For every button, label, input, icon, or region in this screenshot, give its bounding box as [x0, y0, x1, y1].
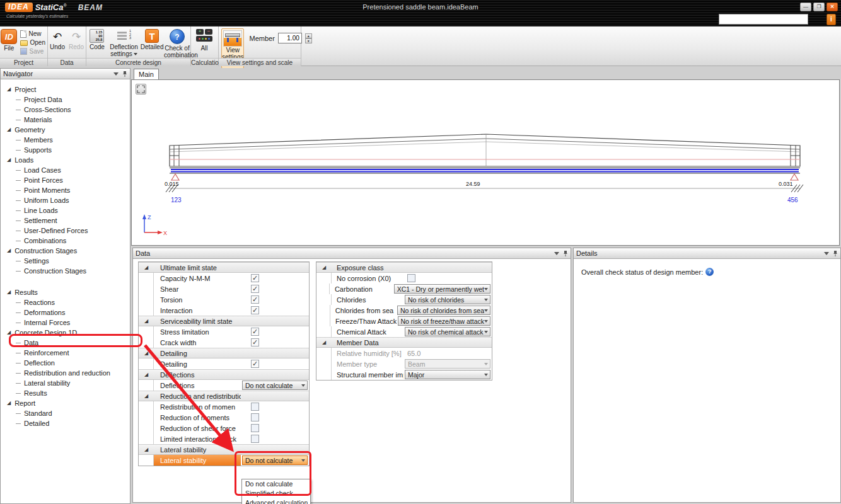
row-chemical-attack[interactable]: Chemical AttackNo risk of chemical attac… [316, 326, 492, 337]
nav-item-detailed[interactable]: Detailed [1, 418, 130, 428]
nav-item-user-defined-forces[interactable]: User-Defined Forces [1, 226, 130, 236]
dropdown-option-simplified-check[interactable]: Simplified check [242, 489, 310, 498]
main-viewport[interactable]: 0.015 24.59 0.031 123 456 Z X [131, 79, 840, 246]
expander-icon[interactable]: ◢ [7, 87, 11, 92]
pin-icon[interactable] [563, 250, 568, 257]
minimize-button[interactable]: — [800, 3, 811, 11]
nav-item-point-forces[interactable]: Point Forces [1, 175, 130, 185]
reduction-of-moments-checkbox[interactable] [251, 413, 259, 421]
redistribution-of-moments-checkbox[interactable] [251, 403, 259, 411]
stress-limitation-checkbox[interactable] [251, 328, 259, 336]
expander-icon[interactable]: ◢ [7, 290, 11, 295]
row-structural-member-importance[interactable]: Structural member imporMajor [316, 369, 492, 380]
panel-menu-icon[interactable] [554, 252, 559, 255]
nav-group-geometry[interactable]: ◢Geometry [1, 125, 130, 135]
nav-group-construction-stages[interactable]: ◢Construction Stages [1, 246, 130, 256]
detailed-button[interactable]: T Detailed [140, 28, 164, 50]
nav-item-deflection[interactable]: Deflection [1, 358, 130, 368]
nav-item-settings[interactable]: Settings [1, 256, 130, 266]
nav-item-load-cases[interactable]: Load Cases [1, 165, 130, 175]
member-spinner[interactable]: ▲▼ [305, 33, 312, 43]
nav-item-standard[interactable]: Standard [1, 408, 130, 418]
capacity-nmm-checkbox[interactable] [251, 274, 259, 282]
redo-button[interactable]: ↷ Redo [67, 29, 86, 50]
lateral-stability-dropdown[interactable]: Do not calculate [242, 455, 308, 465]
row-torsion[interactable]: Torsion [139, 294, 309, 305]
row-carbonation[interactable]: CarbonationXC1 - Dry or permanently wet [316, 284, 492, 294]
expander-icon[interactable]: ◢ [7, 248, 11, 253]
panel-menu-icon[interactable] [824, 252, 829, 255]
group-row-ultimate-limit-state[interactable]: ◢Ultimate limit state [139, 262, 309, 273]
nav-item-line-loads[interactable]: Line Loads [1, 205, 130, 215]
save-button[interactable]: Save [18, 47, 47, 55]
no-corrosion-checkbox[interactable] [407, 274, 415, 282]
crack-width-checkbox[interactable] [251, 338, 259, 346]
all-button[interactable]: +− All [191, 28, 218, 52]
tab-main[interactable]: Main [134, 69, 159, 79]
dropdown-option-advanced-calculation[interactable]: Advanced calculation [242, 498, 310, 504]
nav-item-uniform-loads[interactable]: Uniform Loads [1, 195, 130, 205]
group-row-detailing[interactable]: ◢Detailing [139, 348, 309, 358]
row-lateral-stability[interactable]: Lateral stabilityDo not calculate [139, 455, 309, 466]
group-row-serviceability[interactable]: ◢Serviceability limit state [139, 316, 309, 326]
nav-group-report[interactable]: ◢Report [1, 398, 130, 408]
row-detailing[interactable]: Detailing [139, 358, 309, 369]
row-member-type[interactable]: Member typeBeam [316, 358, 492, 369]
deflections-dropdown[interactable]: Do not calculate [242, 381, 308, 390]
shear-checkbox[interactable] [251, 285, 259, 293]
nav-item-reactions[interactable]: Reactions [1, 297, 130, 307]
expander-icon[interactable]: ◢ [7, 127, 11, 132]
nav-item-materials[interactable]: Materials [1, 115, 130, 125]
nav-group-loads[interactable]: ◢Loads [1, 155, 130, 165]
freeze-thaw-attack-dropdown[interactable]: No risk of freeze/thaw attack [398, 316, 490, 326]
search-box[interactable] [719, 14, 808, 25]
pin-icon[interactable] [833, 250, 838, 257]
nav-item-results[interactable]: Results [1, 388, 130, 398]
undo-button[interactable]: ↶ Undo [48, 29, 67, 50]
row-interaction[interactable]: Interaction [139, 305, 309, 316]
torsion-checkbox[interactable] [251, 295, 259, 304]
row-redistribution-of-moments[interactable]: Redistribution of momen [139, 401, 309, 412]
nav-group-results[interactable]: ◢Results [1, 287, 130, 297]
nav-item-redistribution-and-reduction[interactable]: Redistribution and reduction [1, 368, 130, 378]
row-capacity-nmm[interactable]: Capacity N-M-M [139, 273, 309, 284]
member-input[interactable] [278, 33, 302, 43]
pin-icon[interactable] [122, 71, 127, 77]
nav-item-data[interactable]: Data [1, 338, 130, 348]
expander-icon[interactable]: ◢ [7, 158, 11, 163]
chlorides-from-sea-dropdown[interactable]: No risk of chlorides from sea [397, 306, 490, 315]
nav-item-reinforcement[interactable]: Reinforcement [1, 348, 130, 358]
group-row-deflections[interactable]: ◢Deflections [139, 369, 309, 380]
nav-item-supports[interactable]: Supports [1, 145, 130, 155]
row-chlorides-from-sea[interactable]: Chlorides from seaNo risk of chlorides f… [316, 305, 492, 316]
row-freeze-thaw-attack[interactable]: Freeze/Thaw AttackNo risk of freeze/thaw… [316, 316, 492, 326]
close-button[interactable]: ✕ [826, 3, 838, 11]
check-of-combination-button[interactable]: ? Check ofcombination [164, 28, 190, 59]
row-no-corrosion[interactable]: No corrosion (X0) [316, 273, 492, 284]
chemical-attack-dropdown[interactable]: No risk of chemical attack [405, 327, 490, 336]
nav-item-members[interactable]: Members [1, 135, 130, 145]
chlorides-dropdown[interactable]: No risk of chlorides [405, 295, 490, 304]
dropdown-option-do-not-calculate[interactable]: Do not calculate [242, 479, 310, 489]
nav-item-lateral-stability[interactable]: Lateral stability [1, 378, 130, 388]
nav-item-construction-stages[interactable]: Construction Stages [1, 266, 130, 276]
new-button[interactable]: New [18, 30, 47, 38]
structural-member-importance-dropdown[interactable]: Major [405, 370, 490, 379]
nav-item-settlement[interactable]: Settlement [1, 215, 130, 226]
row-reduction-of-shear-force[interactable]: Reduction of shear force [139, 423, 309, 433]
row-limited-interaction-check[interactable]: Limited interaction check [139, 433, 309, 444]
row-deflections[interactable]: DeflectionsDo not calculate [139, 380, 309, 391]
help-icon[interactable]: ? [705, 268, 714, 276]
detailing-checkbox[interactable] [251, 360, 259, 368]
nav-item-combinations[interactable]: Combinations [1, 236, 130, 246]
expander-icon[interactable]: ◢ [7, 330, 11, 335]
interaction-checkbox[interactable] [251, 306, 259, 314]
nav-item-cross-sections[interactable]: Cross-Sections [1, 105, 130, 115]
row-reduction-of-moments[interactable]: Reduction of moments [139, 412, 309, 423]
open-button[interactable]: Open [18, 38, 47, 47]
row-shear[interactable]: Shear [139, 284, 309, 294]
reduction-of-shear-force-checkbox[interactable] [251, 424, 259, 432]
deflection-settings-button[interactable]: 123 Deflectionsettings [108, 28, 141, 57]
nav-item-deformations[interactable]: Deformations [1, 307, 130, 318]
row-relative-humidity[interactable]: Relative humidity [%]65.0 [316, 348, 492, 358]
